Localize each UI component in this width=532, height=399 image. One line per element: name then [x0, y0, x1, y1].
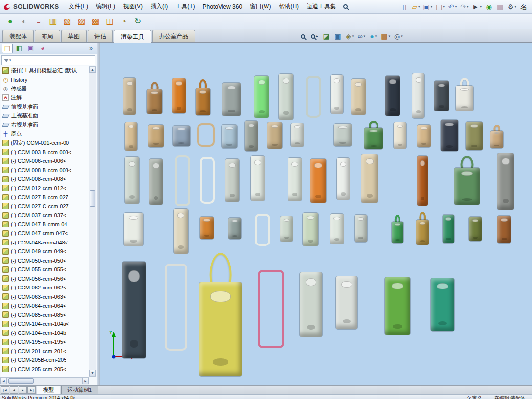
model-part-32[interactable] [175, 155, 190, 206]
model-part-33[interactable] [200, 157, 215, 204]
command-tab-4[interactable]: 评估 [88, 30, 113, 42]
final-render-icon[interactable]: ▩ [89, 15, 102, 28]
menu-item-7[interactable]: 窗口(W) [246, 0, 275, 13]
schedule-render-icon[interactable]: ◔ [117, 15, 130, 28]
model-part-21[interactable] [267, 122, 282, 149]
model-part-11[interactable] [385, 76, 400, 116]
menu-item-2[interactable]: 编辑(E) [92, 0, 119, 13]
model-part-35[interactable] [251, 156, 265, 201]
tree-item[interactable]: (-) CCM-195-ccm-195< [1, 337, 89, 347]
overflow-label[interactable]: 名 [518, 1, 529, 12]
tree-item[interactable]: (-) CCM-056-ccm-056< [1, 274, 89, 284]
model-part-2[interactable] [147, 82, 162, 114]
study-nav-button-1[interactable]: |◄ [1, 386, 9, 394]
model-part-3[interactable] [172, 78, 186, 113]
model-part-48[interactable] [280, 216, 293, 242]
apply-scene-icon[interactable]: ▤▾ [379, 31, 392, 42]
open-icon[interactable]: ▱▾ [410, 1, 421, 12]
tree-vertical-scrollbar[interactable]: ▲ ▼ [89, 66, 96, 377]
render-region-icon[interactable]: ◫ [103, 15, 116, 28]
model-part-44[interactable] [174, 209, 188, 254]
tree-item[interactable]: 上视基准面 [1, 111, 89, 121]
model-part-50[interactable] [330, 214, 344, 244]
vertical-scroll-thumb[interactable] [90, 190, 95, 207]
tree-item[interactable]: (-) CCM-050-ccm-050< [1, 256, 89, 266]
model-part-39[interactable] [361, 154, 378, 203]
graphics-area[interactable]: Y X [100, 43, 532, 385]
model-part-1[interactable] [123, 78, 136, 115]
dropdown-arrow-icon[interactable]: ▾ [443, 5, 445, 9]
tree-item[interactable]: A注解 [1, 93, 89, 103]
tree-item[interactable]: (-) CCM-085-ccm-085< [1, 310, 89, 320]
model-part-24[interactable] [364, 121, 383, 149]
model-part-51[interactable] [355, 215, 367, 242]
tree-horizontal-scrollbar[interactable]: ◄ ► [0, 377, 89, 385]
save-icon[interactable]: ▣▾ [422, 1, 434, 12]
redo-icon[interactable]: ↷▾ [459, 1, 470, 12]
model-part-15[interactable] [125, 122, 137, 151]
tree-item[interactable]: (-) CCM-055-ccm-055< [1, 265, 89, 274]
menu-item-1[interactable]: 文件(F) [65, 0, 92, 13]
model-part-47[interactable] [255, 214, 270, 246]
model-part-19[interactable] [222, 125, 237, 148]
model-part-7[interactable] [279, 74, 293, 120]
horizontal-scroll-thumb[interactable] [8, 378, 34, 384]
displaymanager-tab[interactable]: ◕ [37, 44, 48, 53]
tree-item[interactable]: 搭扣(工具扣)模型总汇 (默认 [1, 66, 89, 75]
model-part-38[interactable] [337, 158, 350, 200]
tree-item[interactable]: ◎传感器 [1, 84, 89, 93]
model-part-22[interactable] [291, 123, 304, 147]
preview-window-icon[interactable]: ▨ [75, 15, 88, 28]
model-part-56[interactable] [497, 216, 511, 243]
model-part-60[interactable] [258, 270, 284, 348]
tree-item[interactable]: 右视基准面 [1, 120, 89, 130]
dropdown-arrow-icon[interactable]: ▾ [514, 5, 516, 9]
study-nav-button-3[interactable]: ► [19, 386, 27, 394]
dropdown-arrow-icon[interactable]: ▾ [431, 5, 433, 9]
integrated-preview-icon[interactable]: ▧ [61, 15, 73, 28]
featuremanager-tab[interactable]: ▤ [2, 44, 13, 53]
tree-item[interactable]: (-) CCM-012-ccm-012< [1, 184, 89, 193]
dropdown-arrow-icon[interactable]: ▾ [467, 5, 469, 9]
tree-item[interactable]: (-) CCM-205B-ccm-205 [1, 355, 89, 365]
model-part-54[interactable] [443, 215, 454, 243]
scroll-down-arrow[interactable]: ▼ [89, 370, 96, 376]
scroll-left-arrow[interactable]: ◄ [0, 378, 7, 384]
model-part-31[interactable] [149, 159, 163, 205]
undo-icon[interactable]: ↶▾ [447, 1, 458, 12]
command-tab-5[interactable]: 渲染工具 [114, 30, 151, 43]
recall-last-render-icon[interactable]: ↻ [132, 15, 144, 28]
model-part-49[interactable] [303, 213, 318, 246]
tree-item[interactable]: (-) CCM-027-C-ccm-027 [1, 202, 89, 211]
model-part-27[interactable] [441, 120, 458, 151]
scroll-right-arrow[interactable]: ► [82, 378, 89, 384]
tree-filter-input[interactable] [13, 57, 93, 63]
model-part-8[interactable] [306, 76, 321, 118]
apply-scene-icon[interactable]: ◒ [32, 15, 45, 28]
model-part-41[interactable] [454, 156, 480, 205]
tree-item[interactable]: (-) CCM-104-ccm-104a< [1, 319, 89, 329]
model-part-5[interactable] [222, 83, 241, 116]
tree-item[interactable]: (固定) CCM-001-ccm-00 [1, 138, 89, 148]
panel-overflow-chevron[interactable]: » [88, 45, 95, 52]
dropdown-arrow-icon[interactable]: ▾ [401, 34, 403, 38]
model-part-46[interactable] [228, 218, 241, 239]
model-part-36[interactable] [288, 158, 302, 201]
menu-item-9[interactable]: 迈迪工具集 [303, 0, 340, 13]
model-part-4[interactable] [196, 79, 210, 115]
model-part-58[interactable] [165, 264, 187, 351]
model-part-18[interactable] [197, 123, 215, 147]
tree-item[interactable]: ◷History [1, 75, 89, 85]
section-view-icon[interactable]: ◪ [321, 31, 332, 42]
model-part-12[interactable] [412, 73, 424, 118]
model-part-29[interactable] [490, 125, 503, 148]
print-icon[interactable]: ▤▾ [434, 1, 446, 12]
hide-show-items-icon[interactable]: ∞▾ [356, 31, 367, 42]
menu-item-3[interactable]: 视图(V) [119, 0, 147, 13]
scroll-up-arrow[interactable]: ▲ [89, 66, 96, 73]
command-tab-6[interactable]: 办公室产品 [152, 30, 195, 42]
menu-item-8[interactable]: 帮助(H) [275, 0, 303, 13]
model-part-45[interactable] [200, 217, 214, 239]
tree-item[interactable]: (-) CCM-048-cmm-048< [1, 238, 89, 247]
model-part-62[interactable] [336, 276, 357, 329]
